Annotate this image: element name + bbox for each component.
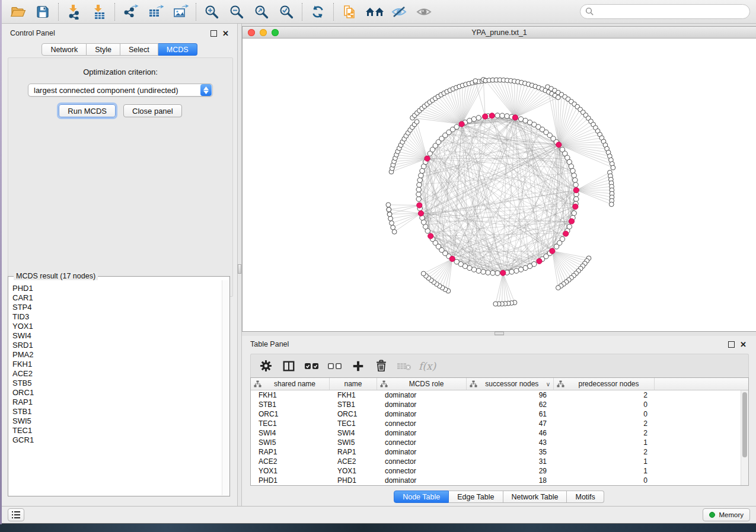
network-canvas[interactable] <box>243 39 756 331</box>
zoom-fit-icon[interactable] <box>253 3 270 21</box>
mcds-result-item[interactable]: TEC1 <box>12 426 222 435</box>
mcds-result-item[interactable]: RAP1 <box>12 398 222 407</box>
cell-successor_nodes: 47 <box>467 419 554 428</box>
table-settings-gear-icon[interactable] <box>257 357 275 375</box>
table-tabs: Node Table Edge Table Network Table Moti… <box>242 490 756 503</box>
save-icon[interactable] <box>34 3 52 21</box>
refresh-layout-icon[interactable] <box>309 3 327 21</box>
zoom-in-icon[interactable] <box>203 3 221 21</box>
table-row[interactable]: RAP1RAP1dominator352 <box>251 447 741 457</box>
mcds-result-item[interactable]: SRD1 <box>12 341 222 350</box>
table-row[interactable]: YOX1YOX1connector291 <box>251 466 741 476</box>
column-header-name[interactable]: name <box>330 378 377 390</box>
splitter-handle[interactable] <box>495 332 504 335</box>
tab-motifs[interactable]: Motifs <box>567 491 604 503</box>
cell-name: YOX1 <box>330 466 377 476</box>
mcds-list-scrollbar[interactable] <box>222 280 229 495</box>
table-row[interactable]: SWI4SWI4dominator462 <box>251 428 741 438</box>
mcds-result-item[interactable]: FKH1 <box>12 360 222 369</box>
mcds-result-box: MCDS result (17 nodes) PHD1CAR1STP4TID3Y… <box>8 276 230 496</box>
import-table-icon[interactable] <box>90 3 108 21</box>
mcds-result-item[interactable]: SWI5 <box>12 416 222 426</box>
show-all-icon[interactable] <box>415 3 433 21</box>
open-file-icon[interactable] <box>9 3 27 21</box>
column-header-MCDS-role[interactable]: MCDS role <box>377 378 467 390</box>
mcds-panel: Optimization criterion: largest connecte… <box>8 57 233 297</box>
float-panel-icon[interactable] <box>210 30 217 37</box>
delete-column-trash-icon[interactable] <box>372 357 390 375</box>
column-header-successor-nodes[interactable]: successor nodes∨ <box>467 378 554 390</box>
horizontal-splitter[interactable] <box>242 332 756 336</box>
column-header-predecessor-nodes[interactable]: predecessor nodes <box>554 378 655 390</box>
table-row[interactable]: ACE2ACE2connector311 <box>251 457 741 466</box>
table-row[interactable]: PHD1PHD1dominator180 <box>251 476 741 485</box>
deselect-all-icon[interactable] <box>326 357 344 375</box>
cell-successor_nodes: 61 <box>467 409 554 419</box>
scrollbar-thumb[interactable] <box>742 392 747 457</box>
cell-mcds_role: connector <box>377 438 467 447</box>
status-bar: Memory <box>2 506 756 523</box>
criterion-dropdown[interactable]: largest connected component (undirected) <box>28 84 213 97</box>
mcds-result-item[interactable]: STB5 <box>12 379 222 388</box>
column-header-shared-name[interactable]: shared name <box>251 378 330 390</box>
show-columns-icon[interactable] <box>280 357 298 375</box>
mcds-result-item[interactable]: GCR1 <box>12 435 222 445</box>
control-panel-header: Control Panel ✕ <box>2 24 237 43</box>
mcds-result-item[interactable]: CAR1 <box>12 293 222 303</box>
table-row[interactable]: STB1STB1dominator620 <box>251 400 741 409</box>
table-toolbar: f(x) <box>250 354 749 377</box>
mcds-result-item[interactable]: PMA2 <box>12 350 222 360</box>
tab-select[interactable]: Select <box>120 43 158 56</box>
memory-button[interactable]: Memory <box>703 508 750 521</box>
mcds-result-item[interactable]: PHD1 <box>12 284 222 293</box>
tab-mcds[interactable]: MCDS <box>158 43 197 56</box>
tab-style[interactable]: Style <box>87 43 120 56</box>
main-area: Control Panel ✕ Network Style Select MCD… <box>2 24 756 506</box>
cell-successor_nodes: 18 <box>467 476 554 485</box>
first-neighbors-icon[interactable] <box>365 3 383 21</box>
zoom-selected-icon[interactable] <box>277 3 295 21</box>
hide-selected-icon[interactable] <box>390 3 408 21</box>
mcds-result-item[interactable]: TID3 <box>12 312 222 322</box>
table-row[interactable]: TEC1TEC1connector472 <box>251 419 741 428</box>
mcds-result-item[interactable]: STB1 <box>12 407 222 416</box>
tab-node-table[interactable]: Node Table <box>394 491 449 503</box>
splitter-handle[interactable] <box>238 264 241 274</box>
float-panel-icon[interactable] <box>728 341 735 348</box>
cell-mcds_role: connector <box>377 466 467 476</box>
close-panel-button[interactable]: Close panel <box>123 104 182 117</box>
table-row[interactable]: ORC1ORC1dominator610 <box>251 409 741 419</box>
mcds-result-item[interactable]: ACE2 <box>12 369 222 379</box>
cell-mcds_role: dominator <box>377 476 467 485</box>
export-image-icon[interactable] <box>171 3 189 21</box>
table-scrollbar[interactable] <box>741 390 748 485</box>
search-input[interactable] <box>580 4 750 19</box>
mcds-result-item[interactable]: ORC1 <box>12 388 222 398</box>
create-column-icon[interactable] <box>349 357 367 375</box>
task-history-icon[interactable] <box>8 508 24 521</box>
tab-network-table[interactable]: Network Table <box>503 491 567 503</box>
export-network-icon[interactable] <box>122 3 139 21</box>
network-title: YPA_prune.txt_1 <box>243 28 756 37</box>
close-panel-icon[interactable]: ✕ <box>740 341 747 348</box>
select-all-icon[interactable] <box>303 357 321 375</box>
mcds-result-item[interactable]: YOX1 <box>12 322 222 331</box>
export-table-icon[interactable] <box>146 3 164 21</box>
control-panel-tabs: Network Style Select MCDS <box>2 43 237 56</box>
memory-label: Memory <box>719 511 744 518</box>
table-row[interactable]: FKH1FKH1dominator962 <box>251 390 741 400</box>
import-network-icon[interactable] <box>65 3 83 21</box>
mcds-result-item[interactable]: STP4 <box>12 303 222 312</box>
tab-edge-table[interactable]: Edge Table <box>449 491 503 503</box>
mcds-result-title: MCDS result (17 nodes) <box>14 272 98 280</box>
mcds-result-list[interactable]: PHD1CAR1STP4TID3YOX1SWI4SRD1PMA2FKH1ACE2… <box>9 280 222 495</box>
mcds-result-item[interactable]: SWI4 <box>12 331 222 341</box>
table-row[interactable]: SWI5SWI5connector431 <box>251 438 741 447</box>
run-mcds-button[interactable]: Run MCDS <box>59 104 116 117</box>
zoom-out-icon[interactable] <box>228 3 245 21</box>
table-body[interactable]: FKH1FKH1dominator962STB1STB1dominator620… <box>251 390 741 485</box>
vertical-splitter[interactable] <box>237 24 242 506</box>
tab-network[interactable]: Network <box>42 43 87 56</box>
clone-network-icon[interactable] <box>340 3 358 21</box>
close-panel-icon[interactable]: ✕ <box>222 30 229 37</box>
